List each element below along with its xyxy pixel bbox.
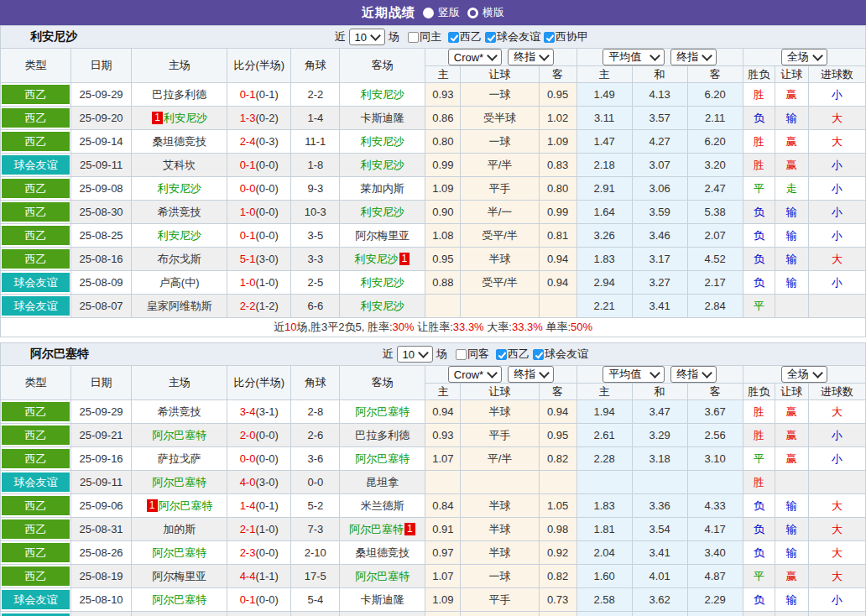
away-team[interactable]: 卡斯迪隆 <box>340 588 425 612</box>
scope-select[interactable]: 全场 <box>781 49 827 65</box>
match-date: 25-08-26 <box>71 541 132 565</box>
home-team[interactable]: 萨拉戈萨 <box>132 447 227 471</box>
chevron-down-icon <box>487 50 498 61</box>
handicap-home-odds: 1.09 <box>425 588 461 612</box>
away-team[interactable]: 昆坦拿 <box>340 471 425 494</box>
away-team[interactable]: 利安尼沙 <box>340 154 425 177</box>
checkbox-unchecked-icon[interactable] <box>456 349 467 360</box>
europe-stage-select[interactable]: 终指 <box>670 49 717 65</box>
handicap-line: 半球 <box>461 541 539 565</box>
home-team[interactable]: 希洪竞技 <box>132 201 227 224</box>
match-row: 西乙25-08-31加的斯2-1(1-0)7-3阿尔巴塞特10.91半球0.98… <box>1 518 866 541</box>
handicap-home-odds: 0.80 <box>425 130 461 154</box>
radio-selected-icon[interactable] <box>423 8 434 18</box>
away-team[interactable]: 利安尼沙 <box>340 130 425 154</box>
filter-competition-2[interactable]: 球会友谊 <box>485 29 540 44</box>
home-team[interactable]: 卢高(中) <box>132 271 227 295</box>
home-team[interactable]: 皇家阿维勒斯 <box>132 295 227 318</box>
handicap-away-odds: 0.73 <box>539 588 576 612</box>
away-team[interactable]: 利安尼沙 <box>340 201 425 224</box>
layout-radio-vertical[interactable]: 竖版 <box>423 5 460 20</box>
handicap-away-odds: 0.98 <box>539 518 576 541</box>
bookmaker-select[interactable]: Crow* <box>448 49 502 65</box>
corner-score: 3-3 <box>291 248 340 271</box>
checkbox-unchecked-icon[interactable] <box>408 32 419 43</box>
home-team[interactable]: 希洪竞技 <box>132 400 227 424</box>
away-team[interactable]: 米兰德斯 <box>340 494 425 518</box>
sub-col-header: 主 <box>576 66 632 83</box>
match-count-select[interactable]: 10 <box>397 346 433 363</box>
handicap-home-odds: 0.95 <box>425 248 461 271</box>
home-team[interactable]: 1阿尔巴塞特 <box>132 494 227 518</box>
away-team[interactable]: 阿尔巴塞特 <box>340 447 425 471</box>
home-team[interactable]: 加的斯 <box>132 518 227 541</box>
home-team[interactable]: 艾科坎 <box>132 154 227 177</box>
competition-badge: 西乙 <box>2 179 70 198</box>
home-team[interactable]: 阿尔巴塞特 <box>132 541 227 565</box>
away-team[interactable]: 巴拉多利德 <box>340 424 425 447</box>
corner-score: 2-8 <box>291 400 340 424</box>
home-team[interactable]: 布尔戈斯 <box>132 248 227 271</box>
layout-radio-horizontal[interactable]: 横版 <box>467 5 504 20</box>
home-team[interactable]: 利安尼沙 <box>132 224 227 248</box>
filter-competition-2[interactable]: 球会友谊 <box>533 347 588 362</box>
home-team[interactable]: 阿尔梅里亚 <box>132 565 227 588</box>
home-team[interactable]: 阿尔巴塞特 <box>132 588 227 612</box>
col-header: 客场 <box>340 49 425 83</box>
score: 2-1(1-0) <box>227 518 291 541</box>
avg-home-odds: 1.83 <box>576 494 632 518</box>
home-team[interactable]: 利安尼沙 <box>132 177 227 201</box>
away-team[interactable]: 利安尼沙1 <box>340 248 425 271</box>
bookmaker-select[interactable]: Crow* <box>448 366 502 383</box>
filter-same-venue[interactable]: 同主 <box>408 29 441 44</box>
checkbox-checked-icon[interactable] <box>533 349 544 360</box>
handicap-away-odds: 0.95 <box>539 424 576 447</box>
result-handicap: 输 <box>775 201 808 224</box>
handicap-stage-select[interactable]: 终指 <box>508 49 554 65</box>
home-team[interactable]: 1利安尼沙 <box>132 107 227 130</box>
away-team[interactable]: 阿尔巴塞特 <box>340 400 425 424</box>
match-row: 西乙25-09-21阿尔巴塞特2-0(0-0)2-6巴拉多利德0.93平手0.9… <box>1 424 866 447</box>
filter-competition-1[interactable]: 西乙 <box>448 29 482 44</box>
checkbox-checked-icon[interactable] <box>485 32 496 43</box>
checkbox-checked-icon[interactable] <box>496 349 507 360</box>
away-team[interactable]: 阿尔梅里亚 <box>340 224 425 248</box>
europe-stage-select[interactable]: 终指 <box>670 366 717 383</box>
handicap-stage-select[interactable]: 终指 <box>508 366 554 383</box>
away-team[interactable]: 阿尔巴塞特1 <box>340 518 425 541</box>
filter-same-venue[interactable]: 同客 <box>456 347 489 362</box>
competition-badge: 西乙 <box>2 566 70 586</box>
home-team[interactable]: 桑坦德竞技 <box>132 130 227 154</box>
away-team[interactable]: 利安尼沙 <box>340 83 425 107</box>
handicap-away-odds: 0.94 <box>539 248 576 271</box>
match-count-select[interactable]: 10 <box>349 29 385 45</box>
away-team[interactable]: 莱加内斯 <box>340 177 425 201</box>
selects-row: 类型日期主场比分(半场)角球客场 Crow*终指 平均值终指 全场 <box>1 49 866 66</box>
filter-competition-3[interactable]: 西协甲 <box>544 29 588 44</box>
scope-select[interactable]: 全场 <box>781 366 827 383</box>
result-handicap: 赢 <box>775 424 808 447</box>
result-handicap: 赢 <box>775 130 808 154</box>
home-team[interactable]: 阿尔巴塞特 <box>132 471 227 494</box>
sub-col-header: 客 <box>539 384 576 400</box>
result-group: 全场 <box>743 49 865 66</box>
away-team[interactable]: 利安尼沙 <box>340 271 425 295</box>
away-team[interactable]: 阿尔巴塞特 <box>340 565 425 588</box>
average-select[interactable]: 平均值 <box>603 49 665 65</box>
checkbox-checked-icon[interactable] <box>544 32 555 43</box>
checkbox-checked-icon[interactable] <box>448 32 459 43</box>
away-team[interactable]: 桑坦德竞技 <box>340 541 425 565</box>
away-team[interactable]: 卡斯迪隆 <box>340 107 425 130</box>
filter-label: 西协甲 <box>556 29 588 44</box>
away-team[interactable]: 利安尼沙 <box>340 295 425 318</box>
filter-competition-1[interactable]: 西乙 <box>496 347 530 362</box>
away-team[interactable]: 卡塔赫纳 <box>340 612 425 616</box>
summary-part: 33.3% <box>512 321 543 333</box>
radio-unselected-icon[interactable] <box>467 8 478 18</box>
match-type: 球会友谊 <box>1 271 71 295</box>
home-team[interactable]: 阿尔巴塞特 <box>132 612 227 616</box>
average-select[interactable]: 平均值 <box>603 366 665 383</box>
handicap-stage-select-value: 终指 <box>514 50 535 65</box>
home-team[interactable]: 阿尔巴塞特 <box>132 424 227 447</box>
home-team[interactable]: 巴拉多利德 <box>132 83 227 107</box>
